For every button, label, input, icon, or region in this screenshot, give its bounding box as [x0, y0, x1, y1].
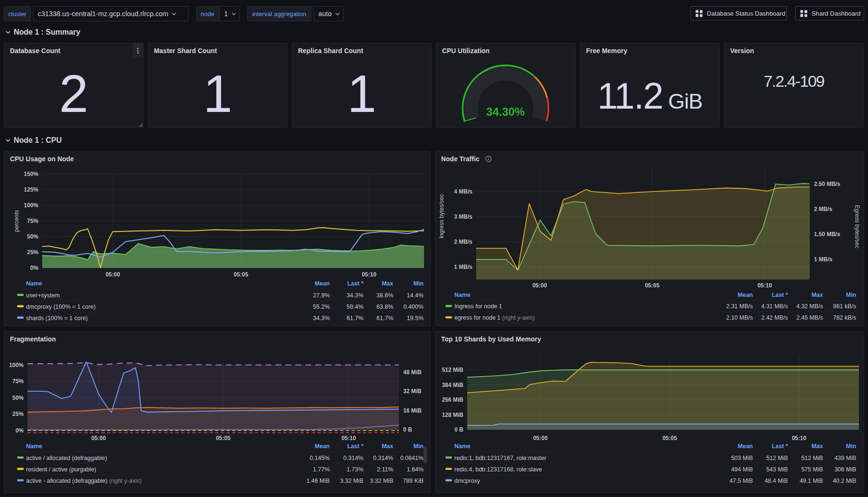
svg-text:1.73%: 1.73%	[347, 466, 363, 473]
svg-text:0.145%: 0.145%	[310, 455, 330, 461]
svg-text:16 MiB: 16 MiB	[403, 407, 422, 414]
svg-text:3.32 MiB: 3.32 MiB	[370, 478, 393, 484]
svg-text:47.5 MiB: 47.5 MiB	[730, 478, 753, 484]
svg-text:Mean: Mean	[738, 292, 753, 298]
svg-text:306 MiB: 306 MiB	[834, 466, 856, 473]
svg-text:Name: Name	[26, 443, 42, 450]
svg-text:0.0841%: 0.0841%	[400, 455, 424, 461]
svg-text:Mean: Mean	[315, 443, 330, 450]
svg-text:user+system: user+system	[26, 292, 60, 299]
svg-text:4.32 MB/s: 4.32 MB/s	[796, 303, 823, 310]
svg-text:861 kB/s: 861 kB/s	[833, 303, 856, 310]
svg-text:active / allocated (defraggabl: active / allocated (defraggable)	[26, 455, 107, 461]
svg-text:05:05: 05:05	[645, 282, 660, 289]
svg-text:61.7%: 61.7%	[347, 315, 363, 322]
svg-text:256 MiB: 256 MiB	[442, 396, 464, 403]
svg-text:05:00: 05:00	[533, 282, 547, 289]
svg-text:05:10: 05:10	[758, 282, 772, 289]
svg-text:Ingress bytes/sec: Ingress bytes/sec	[438, 194, 445, 238]
svg-text:Name: Name	[454, 292, 470, 298]
svg-text:543 MiB: 543 MiB	[766, 466, 788, 473]
svg-text:4 MB/s: 4 MB/s	[454, 188, 472, 195]
svg-text:384 MiB: 384 MiB	[442, 382, 464, 388]
svg-text:0%: 0%	[30, 265, 39, 271]
svg-text:128 MiB: 128 MiB	[442, 412, 464, 418]
svg-text:34.3%: 34.3%	[313, 315, 330, 322]
svg-text:34.30%: 34.30%	[486, 105, 524, 118]
svg-text:Max: Max	[812, 292, 823, 298]
svg-text:48 MiB: 48 MiB	[403, 369, 422, 376]
svg-text:2 MB/s: 2 MB/s	[454, 239, 472, 245]
svg-text:575 MiB: 575 MiB	[801, 466, 823, 473]
svg-text:Mean: Mean	[738, 443, 753, 450]
svg-text:19.5%: 19.5%	[407, 315, 424, 322]
svg-text:1.77%: 1.77%	[313, 466, 330, 473]
svg-text:shards (100% = 1 core): shards (100% = 1 core)	[26, 315, 88, 322]
svg-text:Min: Min	[413, 443, 424, 450]
svg-text:Min: Min	[846, 292, 856, 298]
svg-text:789 KiB: 789 KiB	[403, 478, 424, 484]
svg-text:38.6%: 38.6%	[377, 292, 393, 299]
svg-text:05:10: 05:10	[792, 435, 806, 442]
svg-text:egress for node 1 (right y-axi: egress for node 1 (right y-axis)	[454, 314, 535, 321]
svg-text:1.64%: 1.64%	[407, 466, 424, 473]
svg-text:05:00: 05:00	[91, 435, 106, 442]
svg-text:2.10 MB/s: 2.10 MB/s	[726, 314, 753, 321]
svg-text:25%: 25%	[27, 249, 38, 256]
svg-text:dmcproxy: dmcproxy	[454, 478, 480, 484]
svg-text:Ingress for node 1: Ingress for node 1	[454, 303, 502, 310]
svg-text:05:05: 05:05	[216, 435, 231, 442]
svg-text:05:00: 05:00	[533, 435, 548, 442]
svg-text:14.4%: 14.4%	[407, 292, 424, 299]
svg-text:100%: 100%	[24, 202, 38, 209]
svg-text:redis:1, bdb:12317167, role:ma: redis:1, bdb:12317167, role:master	[454, 455, 546, 461]
svg-text:100%: 100%	[9, 362, 24, 368]
svg-text:2 MB/s: 2 MB/s	[814, 206, 832, 212]
svg-text:0 B: 0 B	[454, 426, 463, 433]
svg-text:Mean: Mean	[315, 280, 330, 287]
svg-text:2.31 MB/s: 2.31 MB/s	[726, 303, 753, 310]
svg-text:3 MB/s: 3 MB/s	[454, 213, 472, 220]
svg-text:4.31 MB/s: 4.31 MB/s	[761, 303, 788, 310]
svg-text:Last *: Last *	[772, 443, 788, 450]
svg-text:2.11%: 2.11%	[377, 466, 393, 473]
svg-text:0%: 0%	[16, 427, 24, 434]
svg-text:2.50 MB/s: 2.50 MB/s	[814, 181, 841, 187]
svg-text:512 MiB: 512 MiB	[801, 455, 823, 461]
svg-text:resident / active (purgable): resident / active (purgable)	[26, 466, 96, 473]
svg-text:05:10: 05:10	[342, 435, 356, 442]
svg-text:32 MiB: 32 MiB	[403, 388, 422, 395]
svg-text:0.314%: 0.314%	[344, 455, 363, 461]
svg-text:75%: 75%	[12, 378, 24, 385]
svg-text:61.7%: 61.7%	[377, 315, 393, 322]
svg-text:Max: Max	[382, 443, 393, 450]
svg-text:63.8%: 63.8%	[377, 304, 393, 310]
svg-text:Last *: Last *	[347, 280, 363, 287]
svg-text:1 MB/s: 1 MB/s	[814, 256, 832, 263]
svg-text:percents: percents	[13, 210, 20, 232]
svg-text:Max: Max	[812, 443, 823, 450]
svg-text:782 kB/s: 782 kB/s	[833, 314, 856, 321]
svg-text:Min: Min	[413, 280, 424, 287]
svg-text:05:00: 05:00	[106, 271, 120, 278]
svg-text:dmcproxy (100% = 1 core): dmcproxy (100% = 1 core)	[26, 304, 96, 310]
svg-text:Max: Max	[382, 280, 393, 287]
svg-text:Min: Min	[846, 443, 856, 450]
svg-text:49.1 MiB: 49.1 MiB	[800, 478, 823, 484]
svg-text:Egress bytes/sec: Egress bytes/sec	[854, 205, 860, 248]
svg-text:Last *: Last *	[347, 443, 363, 450]
svg-text:25%: 25%	[12, 411, 24, 417]
svg-text:Last *: Last *	[772, 292, 788, 298]
svg-text:50%: 50%	[27, 233, 38, 240]
svg-text:59.4%: 59.4%	[347, 304, 363, 310]
svg-text:1 MB/s: 1 MB/s	[454, 264, 472, 270]
svg-text:Name: Name	[454, 443, 470, 450]
svg-text:150%: 150%	[24, 171, 38, 177]
svg-text:0 B: 0 B	[403, 426, 412, 433]
svg-text:0.400%: 0.400%	[404, 304, 424, 310]
svg-text:75%: 75%	[27, 218, 38, 224]
svg-text:0.314%: 0.314%	[373, 455, 393, 461]
svg-text:494 MiB: 494 MiB	[731, 466, 753, 473]
svg-text:55.2%: 55.2%	[313, 304, 330, 310]
svg-text:27.9%: 27.9%	[313, 292, 330, 299]
